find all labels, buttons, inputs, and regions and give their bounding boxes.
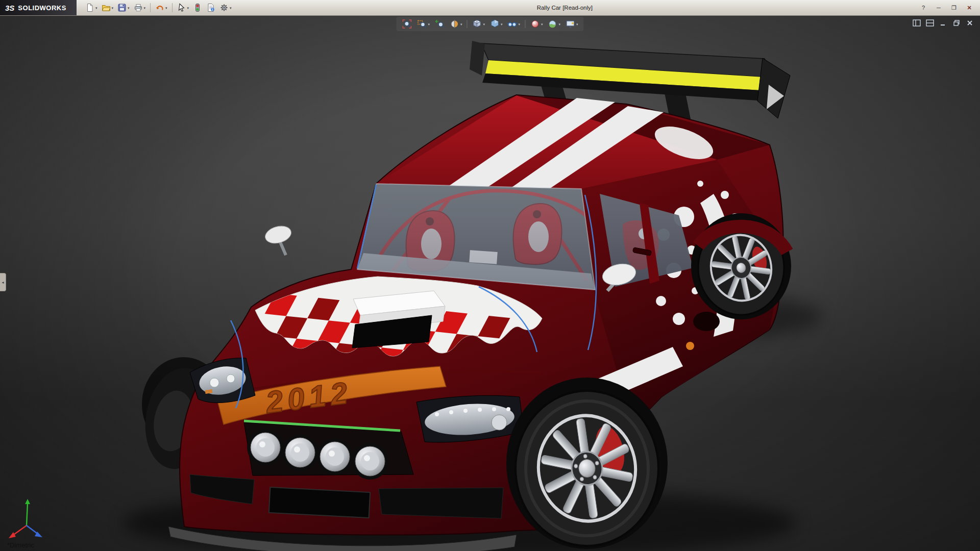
dropdown-caret[interactable]: ▾ xyxy=(483,22,485,26)
open-button[interactable]: ▾ xyxy=(100,2,115,14)
view-settings-button[interactable]: ▾ xyxy=(564,18,580,30)
view-orientation-icon xyxy=(472,19,482,29)
options-icon xyxy=(219,3,229,12)
zoom-fit-icon xyxy=(402,19,412,29)
section-view-button[interactable]: ▾ xyxy=(448,18,464,30)
dropdown-caret[interactable]: ▾ xyxy=(519,22,521,26)
doc-close-button[interactable] xyxy=(965,18,975,27)
edit-appearance-button[interactable]: ▾ xyxy=(528,18,545,30)
hide-show-icon xyxy=(507,19,518,29)
dropdown-caret[interactable]: ▾ xyxy=(112,6,114,10)
file-properties-button[interactable] xyxy=(205,2,217,14)
view-settings-icon xyxy=(565,19,575,29)
dropdown-caret[interactable]: ▾ xyxy=(95,6,97,10)
brand-mark: 3S xyxy=(5,4,14,12)
toolbar-separator xyxy=(467,20,467,28)
file-properties-icon xyxy=(206,3,215,12)
dropdown-caret[interactable]: ▾ xyxy=(460,22,462,26)
select-icon xyxy=(177,3,186,12)
bumper-intake-right[interactable] xyxy=(379,488,503,518)
mirror-left[interactable] xyxy=(263,223,293,255)
zoom-area-button[interactable]: ▾ xyxy=(415,18,431,30)
feature-panel-flyout-tab[interactable]: ◄ xyxy=(0,273,6,291)
graphics-viewport: 2012 xyxy=(0,15,980,551)
doc-restore-icon xyxy=(953,19,960,27)
dropdown-caret[interactable]: ▾ xyxy=(576,22,578,26)
zoom-fit-button[interactable] xyxy=(400,18,413,30)
section-view-icon xyxy=(449,19,459,29)
orientation-triad xyxy=(9,499,42,538)
dropdown-caret[interactable]: ▾ xyxy=(187,6,189,10)
undo-icon xyxy=(155,3,164,12)
pane-split-icon xyxy=(926,19,934,27)
display-style-button[interactable]: ▾ xyxy=(488,18,504,30)
new-document-button[interactable]: ▾ xyxy=(84,2,99,14)
graphics-area[interactable]: 2012 xyxy=(0,15,980,551)
main-toolbar: ▾ ▾ ▾ ▾ ▾ ▾ ▾ xyxy=(77,2,233,14)
dropdown-caret[interactable]: ▾ xyxy=(230,6,232,10)
rebuild-icon xyxy=(193,3,202,12)
orange-dot-decal[interactable] xyxy=(686,342,694,350)
dropdown-caret[interactable]: ▾ xyxy=(559,22,561,26)
dropdown-caret[interactable]: ▾ xyxy=(501,22,503,26)
front-right-wheel[interactable] xyxy=(506,378,668,549)
previous-view-button[interactable] xyxy=(433,18,446,30)
hide-show-items-button[interactable]: ▾ xyxy=(506,18,522,30)
toolbar-separator xyxy=(525,20,525,28)
toolbar-separator xyxy=(150,3,151,12)
solidworks-logo: 3S SOLIDWORKS xyxy=(0,0,77,15)
heads-up-view-toolbar: ▾ ▾ ▾ ▾ ▾ ▾ ▾ ▾ xyxy=(396,17,583,31)
save-icon xyxy=(117,3,127,12)
maximize-button[interactable]: ❐ xyxy=(947,2,961,13)
license-plate[interactable] xyxy=(269,487,370,518)
print-button[interactable]: ▾ xyxy=(132,2,148,14)
rear-brake-duct[interactable] xyxy=(693,312,720,331)
dropdown-caret[interactable]: ▾ xyxy=(541,22,543,26)
toolbar-separator xyxy=(172,3,173,12)
open-icon xyxy=(102,3,111,12)
save-button[interactable]: ▾ xyxy=(116,2,131,14)
view-orientation-button[interactable]: ▾ xyxy=(470,18,486,30)
rally-car-model[interactable]: 2012 xyxy=(138,41,791,551)
pane-split-button[interactable] xyxy=(925,18,935,27)
view-orientation-label: *Dimetric xyxy=(7,541,34,549)
doc-minimize-button[interactable] xyxy=(938,18,948,27)
zoom-area-icon xyxy=(416,19,427,29)
apply-scene-button[interactable]: ▾ xyxy=(546,18,562,30)
apply-scene-icon xyxy=(548,19,558,29)
options-button[interactable]: ▾ xyxy=(218,2,233,14)
close-button[interactable]: ✕ xyxy=(963,2,976,13)
doc-minimize-icon xyxy=(940,19,947,27)
minimize-button[interactable]: ─ xyxy=(932,2,945,13)
dropdown-caret[interactable]: ▾ xyxy=(128,6,130,10)
document-title: Rally Car [Read-only] xyxy=(233,5,917,11)
dropdown-caret[interactable]: ▾ xyxy=(428,22,430,26)
document-window-controls xyxy=(912,18,975,27)
help-button[interactable]: ? xyxy=(917,2,930,13)
edit-appearance-icon xyxy=(530,19,540,29)
doc-close-icon xyxy=(966,19,973,27)
print-icon xyxy=(134,3,143,12)
doc-restore-button[interactable] xyxy=(951,18,962,27)
pane-left-button[interactable] xyxy=(912,18,922,27)
select-button[interactable]: ▾ xyxy=(176,2,191,14)
previous-view-icon xyxy=(434,19,445,29)
brand-text: SOLIDWORKS xyxy=(18,4,66,12)
undo-button[interactable]: ▾ xyxy=(154,2,169,14)
front-grille[interactable] xyxy=(244,421,413,480)
pane-left-icon xyxy=(913,19,921,27)
dropdown-caret[interactable]: ▾ xyxy=(165,6,167,10)
headlight-right[interactable] xyxy=(416,395,524,442)
new-document-icon xyxy=(85,3,94,12)
dropdown-caret[interactable]: ▾ xyxy=(144,6,146,10)
window-controls: ? ─ ❐ ✕ xyxy=(917,2,980,13)
rebuild-button[interactable] xyxy=(191,2,204,14)
app-title-bar: 3S SOLIDWORKS ▾ ▾ ▾ ▾ ▾ ▾ xyxy=(0,0,980,16)
display-style-icon xyxy=(489,19,500,29)
rear-right-wheel[interactable] xyxy=(691,213,791,319)
